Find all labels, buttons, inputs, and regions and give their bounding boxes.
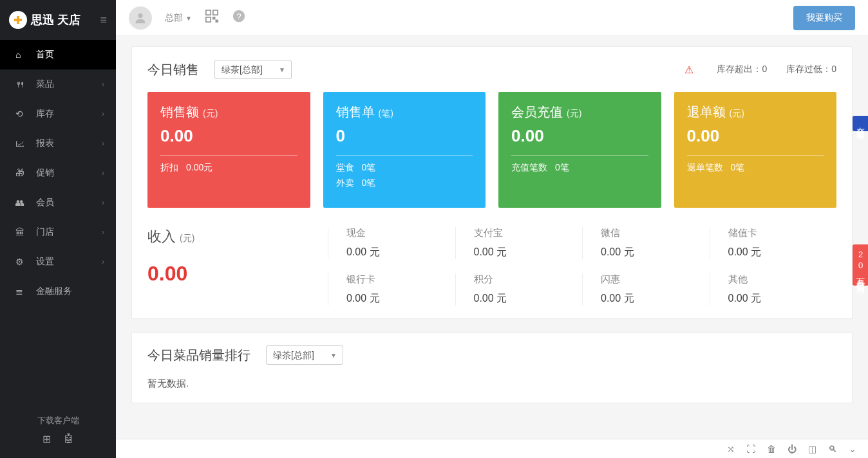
today-sales-panel: 今日销售 绿茶[总部] ⚠ 库存超出：0 库存过低：0 销售额(元) 0.00 … [131,46,853,319]
org-dropdown[interactable]: 总部 ▼ [165,12,192,24]
android-icon[interactable]: 🤖︎ [64,433,74,445]
card-title: 销售额 [160,105,199,119]
income-cell-label: 现金 [346,227,455,239]
sidebar-item-8[interactable]: ≣金融服务 [0,277,116,306]
sidebar-item-label: 菜品 [36,78,54,90]
help-icon[interactable]: ? [232,9,246,27]
stock-alerts: ⚠ 库存超出：0 库存过低：0 [684,64,836,76]
income-cell-value: 0.00 元 [346,246,455,259]
card-sub: 退单笔数0笔 [687,162,824,174]
qr-icon[interactable] [205,9,219,27]
sidebar-item-4[interactable]: 🎁︎促销› [0,158,116,188]
stat-card-2: 会员充值(元) 0.00 充值笔数0笔 [498,92,661,208]
income-cell-value: 0.00 元 [728,246,837,259]
svg-rect-3 [206,10,211,14]
income-cell-label: 微信 [601,227,710,239]
sidebar-item-label: 门店 [36,226,54,238]
promo-icon: 🎁︎ [15,168,27,178]
members-icon: 👥︎ [15,197,27,208]
card-sub: 堂食0笔 [336,162,473,174]
svg-text:?: ? [236,11,241,21]
stock-low: 库存过低：0 [786,64,836,75]
windows-icon[interactable]: ⊞ [42,433,51,445]
sidebar-item-label: 报表 [36,138,54,149]
income-cell-label: 积分 [474,273,583,286]
income-cell-7: 其他0.00 元 [710,273,837,306]
sidebar-item-label: 会员 [36,197,54,208]
svg-rect-1 [14,19,22,21]
ranking-store-select[interactable]: 绿茶[总部] [266,345,343,365]
card-value: 0 [336,126,473,146]
brand: 思迅 天店 [9,11,80,29]
download-client-link[interactable]: 下载客户端 [0,415,116,426]
income-cell-value: 0.00 元 [474,292,583,306]
sidebar-item-label: 促销 [36,167,54,179]
card-value: 0.00 [511,126,648,146]
svg-rect-6 [213,17,215,19]
buy-button[interactable]: 我要购买 [793,6,855,30]
sidebar-item-1[interactable]: 🍴︎菜品› [0,69,116,99]
sidebar-item-3[interactable]: 📈︎报表› [0,129,116,158]
hamburger-icon[interactable]: ≡ [100,14,107,27]
chevron-right-icon: › [102,139,104,148]
sidebar-item-5[interactable]: 👥︎会员› [0,188,116,217]
svg-point-2 [138,13,142,17]
stat-card-3: 退单额(元) 0.00 退单笔数0笔 [674,92,837,208]
income-cell-3: 储值卡0.00 元 [710,227,837,259]
tool-chevron-icon[interactable]: ⌄ [849,444,856,454]
home-icon: ⌂ [15,50,27,60]
main-content: 今日销售 绿茶[总部] ⚠ 库存超出：0 库存过低：0 销售额(元) 0.00 … [116,36,868,439]
settings-icon: ⚙ [15,257,27,267]
sidebar-item-label: 首页 [36,49,54,60]
income-cell-2: 微信0.00 元 [582,227,710,259]
card-sub: 充值笔数0笔 [511,162,648,174]
float-online-service[interactable]: 在线客服 [853,116,868,131]
tool-trash-icon[interactable]: 🗑︎ [767,444,776,454]
logo-area: 思迅 天店 ≡ [0,0,116,40]
stat-card-0: 销售额(元) 0.00 折扣0.00元 [147,92,310,208]
sidebar-footer: 下载客户端 ⊞ 🤖︎ [0,415,116,445]
today-sales-title: 今日销售 [147,61,199,78]
income-cell-label: 闪惠 [601,273,710,286]
bottom-toolbar: ⤭ ⛶ 🗑︎ ⏻ ◫ 🔍︎ ⌄ [116,439,868,458]
tool-shuffle-icon[interactable]: ⤭ [727,444,735,454]
income-cell-5: 积分0.00 元 [455,273,583,306]
card-value: 0.00 [687,126,824,146]
sidebar: 思迅 天店 ≡ ⌂首页🍴︎菜品›⟲库存›📈︎报表›🎁︎促销›👥︎会员›🏛︎门店›… [0,0,116,458]
card-sub: 外卖0笔 [336,178,473,189]
chevron-right-icon: › [102,80,104,89]
tool-power-icon[interactable]: ⏻ [788,444,797,454]
chevron-right-icon: › [102,169,104,178]
avatar[interactable] [129,6,152,30]
tool-panel-icon[interactable]: ◫ [808,444,816,454]
tool-search-icon[interactable]: 🔍︎ [828,444,837,454]
chevron-right-icon: › [102,257,104,266]
card-value: 0.00 [160,126,297,146]
ranking-title: 今日菜品销量排行 [147,347,250,364]
stores-icon: 🏛︎ [15,227,27,237]
svg-rect-5 [206,17,211,21]
income-cell-value: 0.00 元 [474,246,583,259]
chevron-down-icon: ▼ [185,15,192,22]
income-cell-value: 0.00 元 [728,292,837,306]
sidebar-item-0[interactable]: ⌂首页 [0,40,116,69]
income-cell-value: 0.00 元 [601,246,710,259]
card-title: 退单额 [687,105,726,119]
sidebar-item-2[interactable]: ⟲库存› [0,99,116,129]
float-promo[interactable]: 20万备货金已到位 [853,244,868,286]
card-title: 会员充值 [511,105,563,119]
svg-rect-4 [213,10,218,14]
dishes-icon: 🍴︎ [15,79,27,89]
income-cell-label: 支付宝 [474,227,583,239]
sidebar-item-label: 金融服务 [36,286,72,297]
sidebar-item-7[interactable]: ⚙设置› [0,247,116,277]
sidebar-item-6[interactable]: 🏛︎门店› [0,217,116,247]
income-value: 0.00 [147,262,328,286]
store-select[interactable]: 绿茶[总部] [214,60,292,79]
chevron-right-icon: › [102,109,104,118]
tool-expand-icon[interactable]: ⛶ [746,444,755,454]
sidebar-item-label: 库存 [36,108,54,120]
income-section: 收入(元) 0.00 现金0.00 元支付宝0.00 元微信0.00 元储值卡0… [147,227,836,306]
income-cell-value: 0.00 元 [346,292,455,306]
income-cell-label: 其他 [728,273,837,286]
